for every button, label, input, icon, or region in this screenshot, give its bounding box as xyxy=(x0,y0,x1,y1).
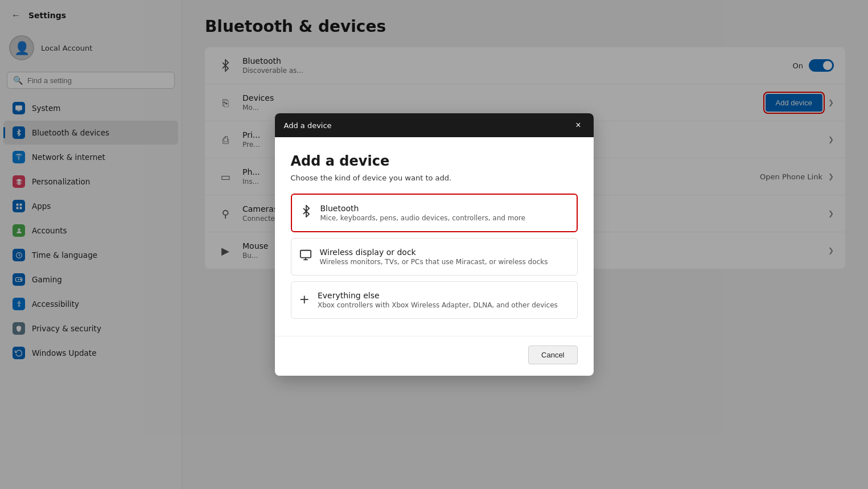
everything-else-option-label: Everything else xyxy=(318,291,558,300)
svg-rect-21 xyxy=(300,250,310,258)
bluetooth-option-text: Bluetooth Mice, keyboards, pens, audio d… xyxy=(320,204,525,222)
dialog-titlebar: Add a device × xyxy=(275,113,594,137)
wireless-display-option-label: Wireless display or dock xyxy=(320,248,548,257)
device-option-bluetooth[interactable]: Bluetooth Mice, keyboards, pens, audio d… xyxy=(291,194,578,232)
dialog-body: Add a device Choose the kind of device y… xyxy=(275,137,594,336)
everything-else-option-icon: + xyxy=(299,292,310,306)
bluetooth-option-icon xyxy=(300,205,312,220)
wireless-display-option-text: Wireless display or dock Wireless monito… xyxy=(320,248,548,266)
add-device-dialog: Add a device × Add a device Choose the k… xyxy=(275,113,594,376)
dialog-subtitle: Choose the kind of device you want to ad… xyxy=(291,174,578,182)
everything-else-option-text: Everything else Xbox controllers with Xb… xyxy=(318,291,558,309)
dialog-titlebar-label: Add a device xyxy=(284,121,332,130)
wireless-display-option-desc: Wireless monitors, TVs, or PCs that use … xyxy=(320,258,548,266)
device-option-wireless-display[interactable]: Wireless display or dock Wireless monito… xyxy=(291,238,578,276)
cancel-button[interactable]: Cancel xyxy=(528,346,577,364)
dialog-close-button[interactable]: × xyxy=(572,119,584,132)
bluetooth-option-desc: Mice, keyboards, pens, audio devices, co… xyxy=(320,214,525,222)
dialog-overlay: Add a device × Add a device Choose the k… xyxy=(0,0,868,489)
dialog-title: Add a device xyxy=(291,153,578,169)
device-option-everything-else[interactable]: + Everything else Xbox controllers with … xyxy=(291,281,578,319)
dialog-footer: Cancel xyxy=(275,336,594,376)
wireless-display-option-icon xyxy=(299,249,312,264)
bluetooth-option-label: Bluetooth xyxy=(320,204,525,213)
everything-else-option-desc: Xbox controllers with Xbox Wireless Adap… xyxy=(318,301,558,309)
